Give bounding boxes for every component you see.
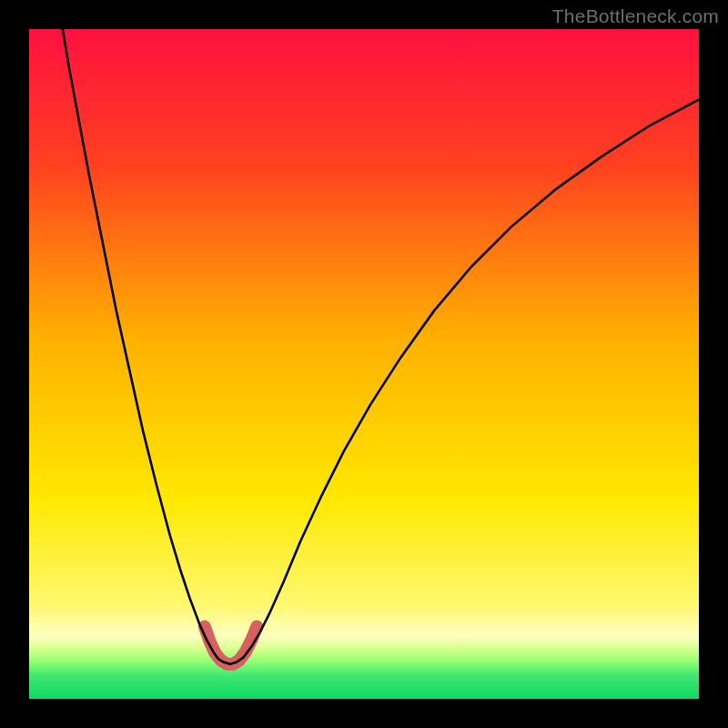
background-gradient	[29, 29, 699, 699]
chart-frame	[29, 29, 699, 699]
watermark-text: TheBottleneck.com	[552, 5, 719, 27]
svg-rect-0	[29, 29, 699, 699]
